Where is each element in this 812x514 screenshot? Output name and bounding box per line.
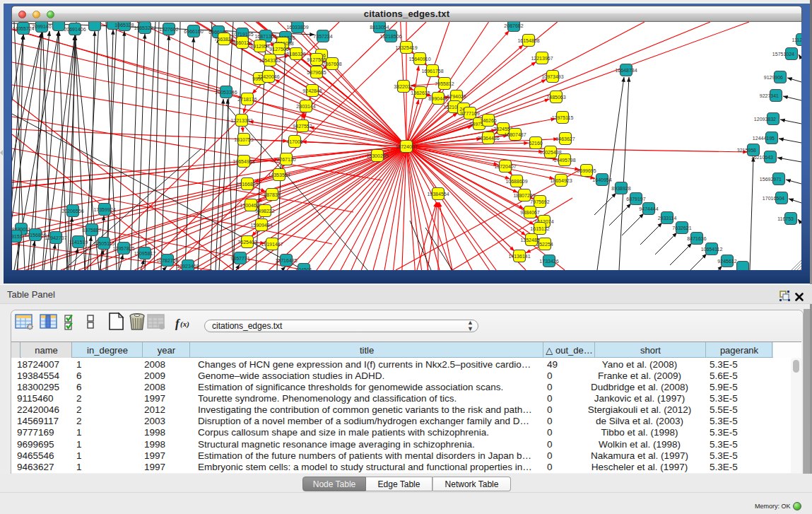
svg-text:3822037: 3822037	[394, 84, 413, 89]
svg-text:14055724: 14055724	[12, 26, 34, 31]
svg-text:8938928: 8938928	[611, 186, 630, 191]
svg-text:6879197: 6879197	[626, 197, 645, 201]
svg-text:9129906: 9129906	[764, 75, 783, 80]
svg-text:9227341: 9227341	[760, 93, 779, 98]
svg-text:9474444: 9474444	[639, 206, 658, 211]
svg-text:10025438: 10025438	[539, 150, 561, 155]
svg-text:2718176: 2718176	[237, 97, 257, 102]
svg-text:12505115: 12505115	[93, 241, 115, 246]
svg-text:22420046: 22420046	[257, 74, 279, 79]
svg-text:9463627: 9463627	[555, 136, 575, 141]
svg-text:1362615: 1362615	[411, 90, 430, 95]
svg-text:9242848: 9242848	[302, 88, 322, 93]
svg-text:15720407: 15720407	[494, 164, 516, 169]
svg-text:15692971: 15692971	[760, 177, 782, 182]
svg-text:9245612: 9245612	[717, 259, 736, 264]
svg-text:8471636: 8471636	[687, 236, 706, 241]
svg-text:16961758: 16961758	[421, 69, 443, 74]
svg-text:9884067: 9884067	[520, 210, 539, 215]
svg-text:15640910: 15640910	[408, 57, 430, 62]
svg-text:11095817: 11095817	[134, 251, 156, 256]
svg-text:8660124: 8660124	[233, 40, 252, 45]
svg-text:16782759: 16782759	[156, 258, 178, 263]
svg-text:417006: 417006	[286, 139, 302, 144]
svg-text:1810753: 1810753	[234, 137, 253, 142]
svg-text:20691406: 20691406	[64, 27, 86, 32]
svg-text:5879685: 5879685	[307, 70, 326, 75]
svg-text:746266: 746266	[480, 118, 496, 123]
svg-text:19166825: 19166825	[236, 182, 258, 187]
svg-text:17004678: 17004678	[240, 203, 261, 208]
svg-text:12923468: 12923468	[177, 264, 199, 269]
svg-text:2803144: 2803144	[296, 104, 315, 109]
svg-text:18300295: 18300295	[366, 153, 388, 158]
svg-text:10973493: 10973493	[541, 74, 563, 79]
svg-text:19191447: 19191447	[261, 242, 283, 247]
svg-text:16210643: 16210643	[751, 155, 773, 160]
svg-text:16648784: 16648784	[615, 68, 637, 73]
svg-text:3267130: 3267130	[276, 157, 295, 162]
svg-text:18724007: 18724007	[395, 144, 417, 149]
svg-text:16871355: 16871355	[254, 34, 276, 39]
svg-text:7632621: 7632621	[672, 226, 691, 230]
svg-text:2099140: 2099140	[32, 24, 51, 29]
svg-text:10654112: 10654112	[701, 247, 723, 252]
svg-text:9777169: 9777169	[460, 111, 479, 116]
svg-text:10688609: 10688609	[505, 179, 527, 184]
svg-text:1733426: 1733426	[539, 259, 558, 264]
svg-text:10719135: 10719135	[231, 32, 253, 37]
svg-text:20364436: 20364436	[477, 136, 499, 141]
svg-text:6966160: 6966160	[184, 29, 203, 34]
svg-text:12444195: 12444195	[753, 136, 775, 141]
svg-text:6794028: 6794028	[447, 94, 466, 99]
svg-text:12213967: 12213967	[531, 56, 553, 61]
svg-text:19654933: 19654933	[233, 159, 254, 164]
svg-text:20053346: 20053346	[215, 90, 237, 95]
svg-text:1065328: 1065328	[114, 23, 134, 28]
svg-text:7485063: 7485063	[546, 95, 565, 100]
svg-text:12156859: 12156859	[24, 233, 46, 238]
svg-text:12942737: 12942737	[45, 235, 66, 240]
svg-text:13325419: 13325419	[395, 45, 417, 50]
svg-text:18654923: 18654923	[550, 178, 572, 183]
svg-text:15716485: 15716485	[275, 258, 297, 263]
svg-text:9457771: 9457771	[230, 256, 249, 261]
svg-text:10807487: 10807487	[504, 132, 526, 137]
svg-text:887833: 887833	[264, 192, 280, 197]
svg-text:7625402: 7625402	[237, 240, 257, 245]
svg-text:1141519: 1141519	[69, 240, 88, 245]
svg-text:8912954: 8912954	[250, 44, 269, 49]
svg-text:2087682: 2087682	[504, 23, 523, 28]
svg-text:8990448: 8990448	[428, 96, 447, 101]
svg-text:17359924: 17359924	[93, 207, 115, 212]
svg-text:7357234: 7357234	[313, 34, 332, 39]
svg-text:8813054: 8813054	[370, 25, 389, 30]
svg-text:14136141: 14136141	[508, 254, 530, 259]
svg-text:2367608: 2367608	[322, 62, 341, 66]
svg-text:18807249: 18807249	[513, 193, 535, 198]
svg-text:2933114: 2933114	[658, 216, 677, 221]
svg-text:9498222: 9498222	[255, 209, 274, 214]
svg-text:1327602: 1327602	[159, 27, 178, 32]
svg-text:252254: 252254	[536, 242, 553, 247]
svg-text:116753: 116753	[777, 216, 794, 221]
svg-text:8186328: 8186328	[286, 52, 305, 57]
svg-text:19384554: 19384554	[427, 192, 449, 197]
svg-text:15909484: 15909484	[250, 223, 272, 228]
svg-text:20206556: 20206556	[61, 209, 83, 214]
svg-text:12975115: 12975115	[552, 115, 574, 120]
svg-text:12093832: 12093832	[754, 117, 776, 122]
svg-text:14495798: 14495798	[553, 158, 575, 163]
svg-text:(x): (x)	[180, 320, 189, 329]
svg-text:7663822: 7663822	[214, 37, 233, 42]
svg-text:1615132: 1615132	[530, 226, 549, 231]
svg-text:12213342: 12213342	[230, 118, 252, 123]
svg-text:16154808: 16154808	[517, 38, 539, 43]
svg-text:17957825: 17957825	[112, 246, 134, 251]
svg-text:3215958: 3215958	[737, 148, 756, 153]
svg-text:9699695: 9699695	[577, 168, 596, 173]
svg-text:924501: 924501	[295, 267, 312, 271]
svg-text:62160: 62160	[529, 141, 543, 146]
svg-text:7955812: 7955812	[435, 81, 454, 86]
svg-text:10653287: 10653287	[134, 25, 155, 30]
